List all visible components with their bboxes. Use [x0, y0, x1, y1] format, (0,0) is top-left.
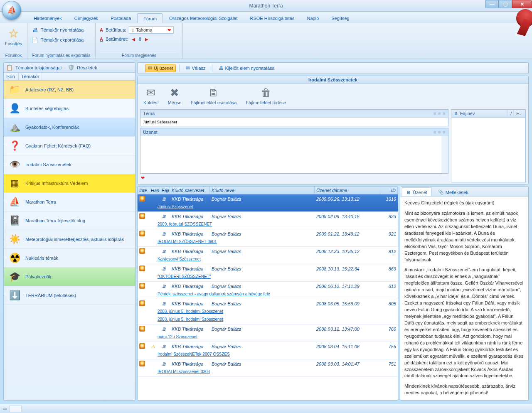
message-subject[interactable]: márc.12-i Szösszenet — [138, 334, 398, 342]
msg-date: 2008.06.12. 17:11:29 — [315, 283, 380, 290]
col-topic[interactable]: Témakör — [19, 73, 42, 80]
close-button[interactable]: ✕ — [512, 0, 532, 8]
topic-item[interactable]: › ⬇️ TERRÁRIUM (letöltések) — [4, 286, 135, 305]
topic-details-button[interactable]: Részletek — [77, 65, 97, 70]
message-subject[interactable]: Irodalmi SzösszeNETek 2007 ÖSSZES — [138, 351, 398, 359]
send-button[interactable]: ✉Küldés! — [143, 86, 159, 105]
export-topic-button[interactable]: 📄 Témakör exportálása — [31, 35, 92, 45]
message-row[interactable]: 🗎 KKB Titkársága Bognár Balázs 2009.01.2… — [138, 229, 398, 247]
msg-org: KKB Titkársága — [170, 325, 210, 333]
message-row[interactable]: 🗎 KKB Titkársága Bognár Balázs 2008.12.2… — [138, 247, 398, 264]
font-picker[interactable]: T Tahoma ❤ — [129, 26, 174, 34]
message-row[interactable]: 🗎 KKB Titkársága Bognár Balázs 2008.10.1… — [138, 264, 398, 282]
message-subject[interactable]: Pénteki szösszenet - avagy dallamok szár… — [138, 291, 398, 299]
cancel-button[interactable]: ✖Mégse — [168, 86, 182, 105]
message-subject[interactable]: Júniusi Szösszenet — [138, 204, 398, 211]
topic-item[interactable]: › 👤 Büntetés-végrehajtás — [4, 99, 135, 118]
col-name[interactable]: Küldő neve — [210, 187, 315, 194]
reader-p3: Mindenkinek kívánok napsütésesebb, szára… — [404, 383, 524, 396]
message-subject[interactable]: Karácsonyi Szösszenet — [138, 256, 398, 264]
delete-attach-button[interactable]: 🗑Fájlmelléklet törlése — [246, 86, 286, 105]
topic-item[interactable]: › ⛵ Marathon Terra — [4, 193, 135, 211]
tab-napl-[interactable]: Napló — [301, 13, 325, 23]
minimize-button[interactable]: — — [485, 0, 499, 8]
file-icon: 🗎 — [162, 361, 166, 366]
message-subject[interactable]: IRODALMI SZÖSSZENET 0901 — [138, 238, 398, 246]
message-row[interactable]: 🗎 KKB Titkársága Bognár Balázs 2008.06.0… — [138, 299, 398, 324]
file-col-2[interactable]: F... — [514, 110, 525, 117]
col-id[interactable]: ID — [380, 187, 398, 194]
message-subject[interactable]: IRODALMI szösszenet 0303 — [138, 369, 398, 376]
message-subject[interactable]: 2009. februári SZÖSSZENET — [138, 221, 398, 229]
new-message-button[interactable]: ✉ Új üzenet — [145, 64, 176, 72]
size-increase[interactable]: ▶ — [144, 36, 150, 42]
print-topic-button[interactable]: 🖶 Témakör nyomtatása — [31, 25, 92, 35]
topic-item[interactable]: › ▦ Kritikus Infrastruktúra Védelem — [4, 174, 135, 193]
message-row[interactable]: 🗎 KKB Titkársága Bognár Balázs 2008.03.1… — [138, 324, 398, 342]
textarea-scrollbar[interactable] — [441, 136, 448, 173]
message-columns: Inté Han Fájl Küldő szervezet Küldő neve… — [138, 187, 398, 194]
ribbon-group-appearance: Fórum megjelenés — [99, 52, 179, 58]
col-date[interactable]: Üzenet dátuma — [315, 187, 380, 194]
file-icon: 🗎 — [162, 249, 166, 254]
tab-c-mjegyz-k[interactable]: Címjegyzék — [68, 13, 104, 23]
col-han[interactable]: Han — [149, 187, 160, 194]
message-list[interactable]: 🗎 KKB Titkársága Bognár Balázs 2009.06.2… — [138, 194, 398, 400]
topic-icon: ▦ — [8, 177, 21, 189]
message-row[interactable]: 🗎 KKB Titkársága Bognár Balázs 2009.06.2… — [138, 194, 398, 212]
topic-item[interactable]: › 📁 Adatcsere (RZ, NZ, BB) — [4, 81, 135, 99]
chevron-icon: › — [4, 144, 4, 148]
topic-item[interactable]: › ☀️ Meteorológiai ismeretterjesztés, ak… — [4, 230, 135, 249]
topic-input[interactable] — [140, 117, 448, 126]
msg-sender: Bognár Balázs — [210, 213, 315, 220]
tab-seg-ts-g[interactable]: Segítség — [325, 13, 355, 23]
topic-properties-button[interactable]: Témakör tulajdonságai — [15, 65, 62, 70]
refresh-button[interactable]: ☆ Frissítés — [4, 25, 23, 48]
message-row[interactable]: 🗎 KKB Titkársága Bognár Balázs 2008.06.1… — [138, 282, 398, 299]
app-orb[interactable] — [2, 1, 21, 20]
tab-hirdetm-nyek[interactable]: Hirdetmények — [27, 13, 68, 23]
reader-tab-attachments[interactable]: 📎Mellékletek — [433, 187, 473, 196]
print-selected-button[interactable]: 🖶 Kijelölt elem nyomtatása — [216, 64, 278, 72]
message-row[interactable]: 🗎 KKB Titkársága Bognár Balázs 2008.03.0… — [138, 359, 398, 377]
chevron-icon: › — [4, 88, 4, 92]
topic-icon: 👤 — [8, 103, 21, 114]
topic-icon: ☀️ — [8, 234, 21, 245]
msg-id: 755 — [380, 343, 398, 350]
ribbon-group-printexport: Fórum nyomtatás és exportálás — [31, 52, 92, 58]
tab-rsoe-h-rszolg-ltat-s[interactable]: RSOE Hírszolgáltatás — [244, 13, 301, 23]
reader-body[interactable]: Kedves Címzettek! (régiek és újak egyará… — [400, 197, 528, 400]
message-row[interactable]: ⚠ 🗎 KKB Titkársága Bognár Balázs 2008.03… — [138, 342, 398, 359]
topic-item[interactable]: › ❓ Gyakran Feltett Kérdések (FAQ) — [4, 137, 135, 155]
topic-label: Meteorológiai ismeretterjesztés, aktuáli… — [25, 237, 124, 242]
tab-postal-da[interactable]: Postaláda — [104, 13, 137, 23]
tab-f-rum[interactable]: Fórum — [137, 13, 163, 23]
attach-button[interactable]: 🗎Fájlmelléklet csatolása — [191, 86, 237, 105]
message-textarea[interactable] — [140, 136, 441, 173]
tab-orsz-gos-meteorol-giai-szolg-lat[interactable]: Országos Meteorológiai Szolgálat — [163, 13, 244, 23]
col-org[interactable]: Küldő szervezet — [170, 187, 210, 194]
message-subject[interactable]: 2008. június 5. Irodalmi Szösszenet — [138, 316, 398, 324]
reply-button[interactable]: ✉ Válasz — [183, 64, 208, 72]
topic-item[interactable]: › ☢️ Nukleáris témák — [4, 249, 135, 268]
msg-org: KKB Titkársága — [170, 300, 210, 307]
message-row[interactable]: 🗎 KKB Titkársága Bognár Balázs 2009.02.0… — [138, 212, 398, 229]
message-label: Üzenet — [140, 128, 160, 136]
file-col-divider[interactable]: / — [508, 110, 514, 117]
message-subject[interactable]: "OKTÓBERI SZÖSSZENET" — [138, 273, 398, 281]
msg-id: 805 — [380, 300, 398, 307]
topic-item[interactable]: › 👁️ Irodalmi Szösszenetek — [4, 155, 135, 174]
topic-item[interactable]: › 🎓 Pályakezdők — [4, 268, 135, 286]
col-icon[interactable]: Ikon — [4, 73, 19, 80]
topic-item[interactable]: › 📓 Marathon Terra fejlesztői blog — [4, 211, 135, 230]
col-fajl[interactable]: Fájl — [160, 187, 170, 194]
msg-org: KKB Titkársága — [170, 343, 210, 350]
maximize-button[interactable]: ▢ — [499, 0, 512, 8]
file-header[interactable]: Fájlnév — [460, 111, 475, 116]
topic-item[interactable]: › ⛰️ Gyakorlatok, Konferenciák — [4, 118, 135, 137]
reader-tab-message[interactable]: 🗎Üzenet — [402, 187, 432, 196]
size-decrease[interactable]: ◀ — [131, 36, 136, 42]
print-topic-label: Témakör nyomtatása — [41, 27, 84, 32]
message-subject[interactable]: 2008. június 5. Irodalmi Szösszenet — [138, 308, 398, 316]
col-inte[interactable]: Inté — [138, 187, 149, 194]
